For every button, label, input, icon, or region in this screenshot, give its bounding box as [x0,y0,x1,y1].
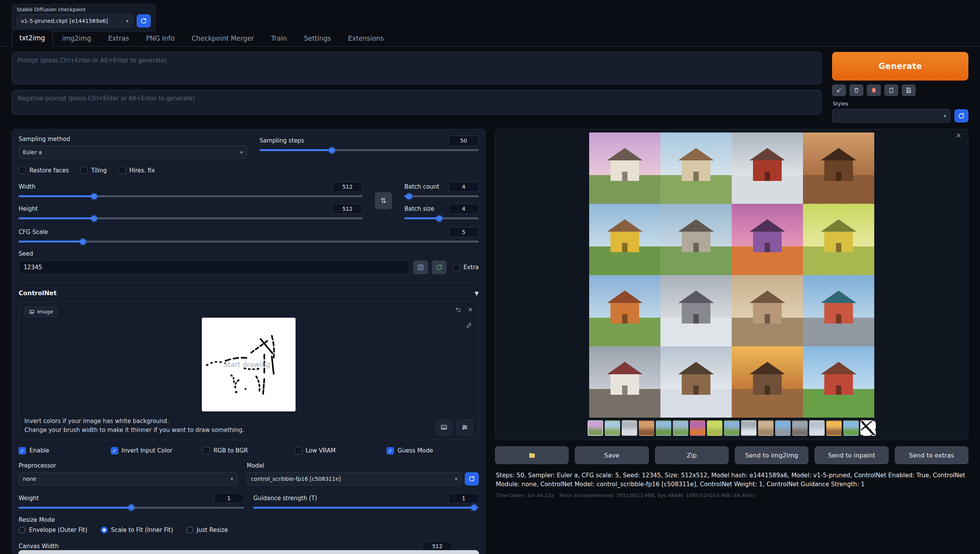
brush-icon[interactable] [466,322,472,329]
new-canvas-button[interactable] [436,420,452,435]
tab-img2img[interactable]: img2img [54,29,99,46]
paste-params-button[interactable] [832,84,846,96]
gallery-image[interactable] [589,346,660,418]
random-seed-button[interactable] [413,260,428,274]
open-folder-button[interactable] [495,446,569,464]
gallery-thumbnail[interactable] [826,420,842,436]
guidance-strength-slider[interactable] [253,507,479,509]
gallery-thumbnail[interactable] [639,420,654,436]
refresh-models-button[interactable] [465,472,479,485]
clear-image-icon[interactable]: ✕ [468,307,473,313]
tab-settings[interactable]: Settings [296,29,339,46]
gallery-image[interactable] [660,346,732,418]
just-resize-radio[interactable]: Just Resize [186,526,228,533]
send-img2img-button[interactable]: Send to img2img [735,446,808,464]
checkpoint-select[interactable]: v1-5-pruned.ckpt [e1441589a6] ▾ [17,14,133,28]
gallery-thumbnail[interactable] [605,420,620,436]
gallery-thumbnail[interactable] [724,420,739,436]
preprocessor-select[interactable]: none ▾ [19,472,237,485]
gallery-image[interactable] [803,132,874,204]
gallery-image[interactable] [803,275,874,346]
gallery-image[interactable] [732,132,803,204]
controlnet-image-tab[interactable]: Image [24,306,58,317]
gallery-thumbnail[interactable] [758,420,774,436]
save-style-button[interactable] [902,84,916,96]
gallery-thumbnail[interactable] [809,420,825,436]
gallery-thumbnail[interactable] [792,420,808,436]
tab-txt2img[interactable]: txt2img [12,29,53,46]
height-input[interactable]: 512 [332,204,363,214]
enable-checkbox[interactable]: ✓Enable [19,447,111,454]
gallery-thumbnail[interactable] [656,420,671,436]
scribble-canvas[interactable]: Start drawing [202,318,296,411]
gallery-image[interactable] [803,346,874,418]
canvas-width-input[interactable]: 512 [422,541,452,551]
gallery-image[interactable] [803,204,874,275]
save-button[interactable]: Save [575,446,648,464]
gallery-thumbnail[interactable] [707,420,722,436]
gallery-image[interactable] [732,204,803,275]
gallery-thumbnail[interactable] [690,420,705,436]
tab-checkpoint-merger[interactable]: Checkpoint Merger [184,29,262,46]
scale-to-fit-inner-fit-radio[interactable]: Scale to Fit (Inner Fit) [101,526,173,533]
prompt-input[interactable] [12,52,822,84]
cfg-scale-slider[interactable] [19,241,479,243]
sampling-steps-slider[interactable] [260,149,479,151]
rgb-to-bgr-checkbox[interactable]: RGB to BGR [203,447,295,454]
reuse-seed-button[interactable] [432,260,447,274]
guidance-strength-input[interactable]: 1 [449,493,479,503]
seed-extra-checkbox[interactable]: Extra [453,264,479,271]
width-slider[interactable] [19,195,363,197]
width-input[interactable]: 512 [332,182,363,192]
apply-style-button[interactable] [884,84,898,96]
low-vram-checkbox[interactable]: Low VRAM [295,447,387,454]
gallery-image[interactable] [660,204,732,275]
close-gallery-icon[interactable]: × [954,131,963,140]
refresh-styles-button[interactable] [954,109,968,122]
negative-prompt-input[interactable] [12,90,822,115]
gallery-image[interactable] [732,275,803,346]
seed-input[interactable] [19,260,409,274]
gallery-thumbnail[interactable] [775,420,791,436]
gallery-thumbnail[interactable] [843,420,859,436]
guess-mode-checkbox[interactable]: ✓Guess Mode [387,447,479,454]
weight-input[interactable]: 1 [214,493,244,503]
preview-annotator-button[interactable] [18,550,479,554]
zip-button[interactable]: Zip [655,446,729,464]
extra-networks-button[interactable] [867,84,881,96]
tab-extras[interactable]: Extras [100,29,137,46]
gallery-thumbnail[interactable] [622,420,637,436]
tab-extensions[interactable]: Extensions [340,29,391,46]
gallery-image[interactable] [660,275,732,346]
controlnet-map-thumbnail[interactable] [860,420,876,436]
gallery-image[interactable] [660,132,732,204]
batch-count-input[interactable]: 4 [449,182,479,192]
cfg-scale-input[interactable]: 5 [449,227,479,237]
gallery-image[interactable] [589,204,660,275]
tab-png-info[interactable]: PNG Info [138,29,182,46]
hires-fix-checkbox[interactable]: Hires. fix [119,167,155,174]
weight-slider[interactable] [19,507,244,509]
sampling-method-select[interactable]: Euler a ▾ [19,146,247,159]
gallery-image[interactable] [732,346,803,418]
refresh-checkpoint-button[interactable] [137,14,151,28]
gallery-image[interactable] [589,275,660,346]
generate-button[interactable]: Generate [832,52,968,81]
batch-count-slider[interactable] [404,195,479,197]
height-slider[interactable] [19,217,363,219]
invert-input-color-checkbox[interactable]: ✓Invert Input Color [111,447,203,454]
swap-dimensions-button[interactable]: ⇅ [375,192,392,209]
envelope-outer-fit-radio[interactable]: Envelope (Outer Fit) [19,526,88,533]
send-extras-button[interactable]: Send to extras [895,446,968,464]
tab-train[interactable]: Train [263,29,295,46]
restore-faces-checkbox[interactable]: Restore faces [19,167,69,174]
batch-size-input[interactable]: 4 [449,204,479,214]
gallery-thumbnail[interactable] [588,420,603,436]
styles-select[interactable]: ▾ [832,109,951,123]
controlnet-collapse-icon[interactable]: ▼ [475,290,479,296]
batch-size-slider[interactable] [404,217,479,219]
gallery-thumbnail[interactable] [673,420,688,436]
gallery-thumbnail[interactable] [741,420,756,436]
send-inpaint-button[interactable]: Send to inpaint [815,446,888,464]
undo-icon[interactable] [455,306,462,313]
